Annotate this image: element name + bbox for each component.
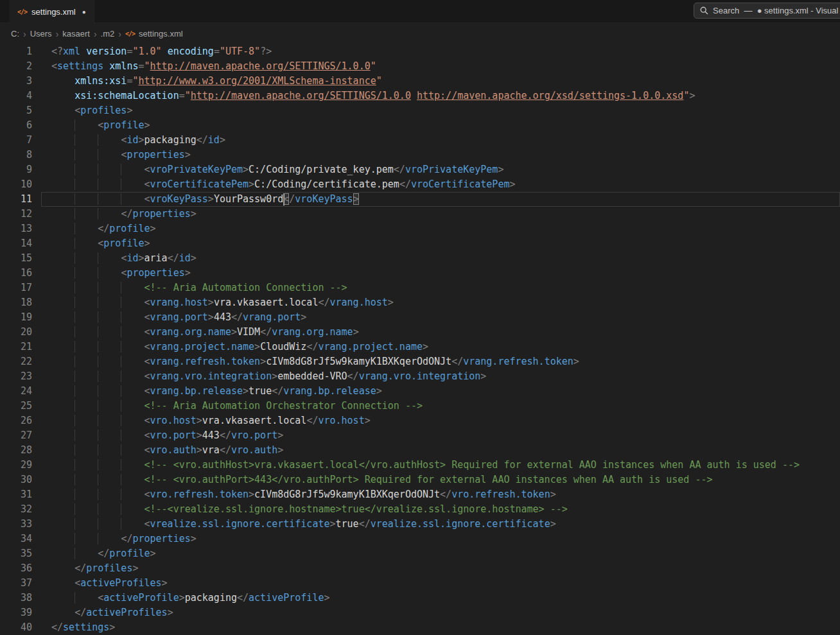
code-line[interactable]: 40</settings> — [0, 620, 840, 635]
indent-guide — [121, 282, 144, 293]
code-line[interactable]: 15 <id>aria</id> — [0, 251, 840, 266]
line-number[interactable]: 20 — [0, 325, 41, 340]
indent — [51, 356, 74, 367]
line-number[interactable]: 28 — [0, 443, 41, 458]
line-number[interactable]: 22 — [0, 354, 41, 369]
line-number[interactable]: 24 — [0, 384, 41, 399]
code-line[interactable]: 38 <activeProfile>packaging</activeProfi… — [0, 591, 840, 605]
code-line[interactable]: 27 <vro.port>443</vro.port> — [0, 428, 840, 443]
line-number[interactable]: 32 — [0, 502, 41, 517]
breadcrumb-item[interactable]: C: — [11, 29, 19, 39]
code-line[interactable]: 12 </properties> — [0, 207, 840, 222]
line-number[interactable]: 11 — [0, 192, 41, 207]
code-line[interactable]: 29 <!-- <vro.authHost>vra.vkasaert.local… — [0, 458, 840, 473]
line-number[interactable]: 35 — [0, 546, 41, 561]
indent-guide — [74, 119, 98, 131]
code-line[interactable]: 21 <vrang.project.name>CloudWiz</vrang.p… — [0, 340, 840, 354]
line-number[interactable]: 25 — [0, 399, 41, 413]
code-line[interactable]: 18 <vrang.host>vra.vkasaert.local</vrang… — [0, 295, 840, 310]
line-number[interactable]: 33 — [0, 517, 41, 532]
line-number[interactable]: 10 — [0, 177, 41, 192]
line-number[interactable]: 14 — [0, 236, 41, 251]
code-line-content: <!-- Aria Automation Orchestrator Connec… — [41, 399, 840, 413]
line-number[interactable]: 23 — [0, 369, 41, 384]
code-line[interactable]: 19 <vrang.port>443</vrang.port> — [0, 310, 840, 325]
code-line[interactable]: 1<?xml version="1.0" encoding="UTF-8"?> — [0, 44, 840, 59]
code-line[interactable]: 22 <vrang.refresh.token>cIVm8dG8rJf5w9ka… — [0, 354, 840, 369]
line-number[interactable]: 29 — [0, 458, 41, 473]
line-number[interactable]: 21 — [0, 340, 41, 354]
code-line[interactable]: 34 </properties> — [0, 532, 840, 546]
code-editor[interactable]: 1<?xml version="1.0" encoding="UTF-8"?>2… — [0, 44, 840, 635]
line-number[interactable]: 17 — [0, 281, 41, 295]
code-line[interactable]: 25 <!-- Aria Automation Orchestrator Con… — [0, 399, 840, 413]
breadcrumb-file[interactable]: </>settings.xml — [125, 29, 183, 39]
line-number[interactable]: 8 — [0, 148, 41, 162]
code-line[interactable]: 9 <vroPrivateKeyPem>C:/Coding/private_ke… — [0, 162, 840, 177]
indent-guide — [74, 193, 98, 205]
code-line[interactable]: 36 </profiles> — [0, 561, 840, 576]
line-number[interactable]: 2 — [0, 59, 41, 74]
code-line[interactable]: 32 <!--<vrealize.ssl.ignore.hostname>tru… — [0, 502, 840, 517]
line-number[interactable]: 18 — [0, 295, 41, 310]
breadcrumb-item[interactable]: .m2 — [101, 29, 115, 39]
line-number[interactable]: 40 — [0, 620, 41, 635]
code-line[interactable]: 3 xmlns:xsi="http://www.w3.org/2001/XMLS… — [0, 74, 840, 89]
code-line[interactable]: 37 <activeProfiles> — [0, 576, 840, 591]
code-line[interactable]: 26 <vro.host>vra.vkasaert.local</vro.hos… — [0, 413, 840, 428]
code-line[interactable]: 11 <vroKeyPass>YourPassw0rd</vroKeyPass> — [0, 192, 840, 207]
code-line[interactable]: 5 <profiles> — [0, 103, 840, 118]
line-number[interactable]: 38 — [0, 591, 41, 605]
code-line[interactable]: 4 xsi:schemaLocation="http://maven.apach… — [0, 89, 840, 103]
line-number[interactable]: 39 — [0, 605, 41, 620]
line-number[interactable]: 30 — [0, 473, 41, 487]
code-line[interactable]: 30 <!-- <vro.authPort>443</vro.authPort>… — [0, 473, 840, 487]
command-center-search[interactable]: Search — ● settings.xml - Visual S — [694, 3, 840, 19]
line-number[interactable]: 4 — [0, 89, 41, 103]
code-line[interactable]: 20 <vrang.org.name>VIDM</vrang.org.name> — [0, 325, 840, 340]
code-line-content: xsi:schemaLocation="http://maven.apache.… — [41, 89, 840, 103]
line-number[interactable]: 6 — [0, 118, 41, 133]
line-number[interactable]: 1 — [0, 44, 41, 59]
code-line[interactable]: 13 </profile> — [0, 222, 840, 236]
code-line[interactable]: 6 <profile> — [0, 118, 840, 133]
tab-title: settings.xml — [31, 7, 76, 17]
code-line[interactable]: 31 <vro.refresh.token>cIVm8dG8rJf5w9kamy… — [0, 487, 840, 502]
code-line[interactable]: 35 </profile> — [0, 546, 840, 561]
code-line[interactable]: 2<settings xmlns="http://maven.apache.or… — [0, 59, 840, 74]
code-line[interactable]: 10 <vroCertificatePem>C:/Coding/certific… — [0, 177, 840, 192]
line-number[interactable]: 9 — [0, 162, 41, 177]
line-number[interactable]: 34 — [0, 532, 41, 546]
code-line[interactable]: 23 <vrang.vro.integration>embedded-VRO</… — [0, 369, 840, 384]
code-line[interactable]: 8 <properties> — [0, 148, 840, 162]
code-line[interactable]: 39 </activeProfiles> — [0, 605, 840, 620]
line-number[interactable]: 31 — [0, 487, 41, 502]
line-number[interactable]: 36 — [0, 561, 41, 576]
line-number[interactable]: 13 — [0, 222, 41, 236]
code-line[interactable]: 24 <vrang.bp.release>true</vrang.bp.rele… — [0, 384, 840, 399]
code-line[interactable]: 28 <vro.auth>vra</vro.auth> — [0, 443, 840, 458]
line-number[interactable]: 27 — [0, 428, 41, 443]
code-line[interactable]: 16 <properties> — [0, 266, 840, 281]
indent-guide — [98, 341, 121, 352]
line-number[interactable]: 3 — [0, 74, 41, 89]
line-number[interactable]: 7 — [0, 133, 41, 148]
breadcrumb-item[interactable]: kasaert — [62, 29, 90, 39]
line-number[interactable]: 12 — [0, 207, 41, 222]
line-number[interactable]: 26 — [0, 413, 41, 428]
code-line[interactable]: 33 <vrealize.ssl.ignore.certificate>true… — [0, 517, 840, 532]
tab-settings-xml[interactable]: </> settings.xml ● — [10, 0, 94, 23]
code-line[interactable]: 14 <profile> — [0, 236, 840, 251]
line-number[interactable]: 15 — [0, 251, 41, 266]
indent-guide — [121, 503, 144, 515]
code-line[interactable]: 17 <!-- Aria Automation Connection --> — [0, 281, 840, 295]
indent — [51, 533, 74, 544]
line-number[interactable]: 37 — [0, 576, 41, 591]
indent-guide — [121, 400, 144, 412]
breadcrumb-item[interactable]: Users — [30, 29, 52, 39]
line-number[interactable]: 19 — [0, 310, 41, 325]
indent-guide — [98, 267, 121, 279]
code-line[interactable]: 7 <id>packaging</id> — [0, 133, 840, 148]
line-number[interactable]: 16 — [0, 266, 41, 281]
line-number[interactable]: 5 — [0, 103, 41, 118]
